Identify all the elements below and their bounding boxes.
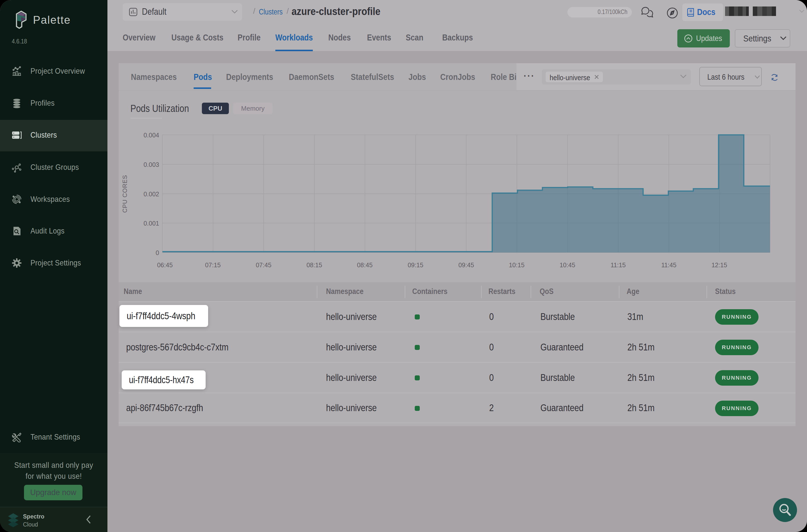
- svg-text:0.003: 0.003: [144, 161, 159, 168]
- svg-text:08:45: 08:45: [357, 262, 373, 268]
- svg-text:09:15: 09:15: [408, 262, 424, 268]
- svg-text:12:15: 12:15: [712, 262, 727, 268]
- svg-text:CPU CORES: CPU CORES: [121, 175, 128, 213]
- svg-text:10:45: 10:45: [560, 262, 576, 268]
- svg-text:09:45: 09:45: [458, 262, 474, 268]
- svg-text:07:15: 07:15: [205, 262, 221, 268]
- svg-text:10:15: 10:15: [509, 262, 525, 268]
- svg-text:06:45: 06:45: [157, 262, 173, 268]
- svg-text:08:15: 08:15: [306, 262, 322, 268]
- svg-text:07:45: 07:45: [256, 262, 271, 268]
- svg-text:0.001: 0.001: [144, 220, 159, 227]
- svg-text:0.002: 0.002: [144, 191, 159, 197]
- svg-text:11:15: 11:15: [611, 262, 626, 268]
- svg-text:0.004: 0.004: [144, 132, 159, 139]
- svg-text:11:45: 11:45: [661, 262, 677, 268]
- svg-text:0: 0: [156, 249, 159, 256]
